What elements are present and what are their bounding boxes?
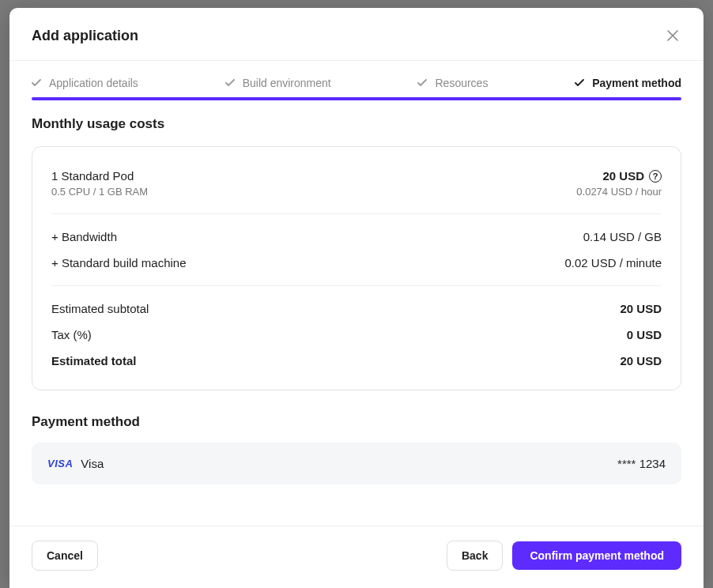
pod-name: 1 Standard Pod [51, 169, 148, 183]
cost-row-build: + Standard build machine 0.02 USD / minu… [51, 251, 662, 274]
cost-row-pod: 1 Standard Pod 0.5 CPU / 1 GB RAM 20 USD… [51, 164, 662, 202]
modal-body: Monthly usage costs 1 Standard Pod 0.5 C… [9, 100, 704, 526]
step-label: Build environment [243, 77, 331, 89]
confirm-payment-button[interactable]: Confirm payment method [512, 541, 681, 570]
cost-card: 1 Standard Pod 0.5 CPU / 1 GB RAM 20 USD… [32, 146, 681, 390]
step-application-details[interactable]: Application details [32, 77, 138, 89]
cost-row-bandwidth: + Bandwidth 0.14 USD / GB [51, 225, 662, 248]
cost-row-total: Estimated total 20 USD [51, 349, 662, 372]
cost-row-subtotal: Estimated subtotal 20 USD [51, 297, 662, 320]
cancel-button[interactable]: Cancel [32, 541, 98, 571]
visa-logo-icon: VISA [47, 458, 73, 469]
build-label: + Standard build machine [51, 256, 187, 270]
tax-value: 0 USD [627, 328, 662, 341]
total-value: 20 USD [620, 354, 662, 368]
back-button[interactable]: Back [447, 541, 503, 571]
check-icon [32, 79, 41, 87]
payment-method-title: Payment method [32, 414, 681, 430]
modal-title: Add application [32, 28, 138, 44]
payment-method-card[interactable]: VISA Visa **** 1234 [32, 443, 681, 484]
divider [51, 213, 662, 214]
pod-price: 20 USD [602, 169, 644, 183]
info-icon[interactable]: ? [649, 170, 662, 183]
step-resources[interactable]: Resources [417, 77, 488, 89]
close-button[interactable] [664, 27, 681, 44]
bandwidth-label: + Bandwidth [51, 230, 117, 243]
add-application-modal: Add application Application details Buil… [9, 8, 704, 588]
step-label: Application details [49, 77, 138, 89]
close-icon [667, 30, 678, 41]
subtotal-label: Estimated subtotal [51, 302, 149, 315]
step-label: Resources [435, 77, 488, 89]
step-payment-method[interactable]: Payment method [575, 77, 681, 89]
modal-header: Add application [9, 8, 704, 61]
step-label: Payment method [592, 77, 681, 89]
stepper: Application details Build environment Re… [9, 61, 704, 100]
modal-footer: Cancel Back Confirm payment method [9, 526, 704, 588]
pod-rate: 0.0274 USD / hour [576, 186, 662, 198]
totals-section: Estimated subtotal 20 USD Tax (%) 0 USD … [51, 297, 662, 372]
step-build-environment[interactable]: Build environment [225, 77, 331, 89]
total-label: Estimated total [51, 354, 137, 368]
check-icon [575, 79, 584, 87]
costs-title: Monthly usage costs [32, 116, 681, 132]
cost-row-tax: Tax (%) 0 USD [51, 323, 662, 346]
bandwidth-rate: 0.14 USD / GB [583, 230, 662, 243]
tax-label: Tax (%) [51, 328, 92, 341]
check-icon [417, 79, 427, 87]
pod-spec: 0.5 CPU / 1 GB RAM [51, 186, 148, 198]
payment-brand-name: Visa [81, 457, 104, 470]
payment-last4: **** 1234 [617, 457, 666, 470]
check-icon [225, 79, 235, 87]
build-rate: 0.02 USD / minute [564, 256, 662, 270]
subtotal-value: 20 USD [620, 302, 662, 315]
divider [51, 285, 662, 286]
